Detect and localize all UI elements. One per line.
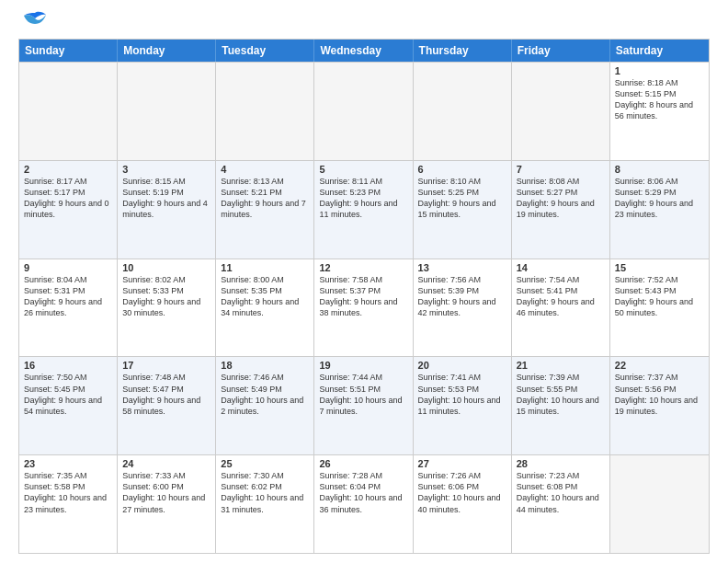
day-cell-13: 13Sunrise: 7:56 AM Sunset: 5:39 PM Dayli… [414, 259, 512, 357]
day-info: Sunrise: 7:46 AM Sunset: 5:49 PM Dayligh… [221, 372, 309, 417]
day-info: Sunrise: 7:50 AM Sunset: 5:45 PM Dayligh… [24, 372, 112, 417]
day-cell-23: 23Sunrise: 7:35 AM Sunset: 5:58 PM Dayli… [19, 455, 118, 553]
day-info: Sunrise: 7:41 AM Sunset: 5:53 PM Dayligh… [418, 372, 506, 417]
day-cell-14: 14Sunrise: 7:54 AM Sunset: 5:41 PM Dayli… [512, 259, 610, 357]
day-info: Sunrise: 7:28 AM Sunset: 6:04 PM Dayligh… [319, 470, 407, 515]
day-info: Sunrise: 8:00 AM Sunset: 5:35 PM Dayligh… [221, 274, 309, 319]
day-cell-6: 6Sunrise: 8:10 AM Sunset: 5:25 PM Daylig… [414, 161, 512, 259]
day-info: Sunrise: 7:37 AM Sunset: 5:56 PM Dayligh… [615, 372, 704, 417]
day-cell-19: 19Sunrise: 7:44 AM Sunset: 5:51 PM Dayli… [314, 357, 413, 454]
day-info: Sunrise: 7:52 AM Sunset: 5:43 PM Dayligh… [615, 274, 704, 319]
header [18, 15, 710, 31]
day-cell-24: 24Sunrise: 7:33 AM Sunset: 6:00 PM Dayli… [118, 455, 216, 553]
day-info: Sunrise: 7:26 AM Sunset: 6:06 PM Dayligh… [418, 470, 506, 515]
day-info: Sunrise: 8:08 AM Sunset: 5:27 PM Dayligh… [517, 176, 605, 221]
day-info: Sunrise: 8:06 AM Sunset: 5:29 PM Dayligh… [615, 176, 704, 221]
day-info: Sunrise: 7:23 AM Sunset: 6:08 PM Dayligh… [517, 470, 605, 515]
day-number: 3 [122, 164, 210, 175]
header-day-sunday: Sunday [19, 40, 118, 62]
calendar: SundayMondayTuesdayWednesdayThursdayFrid… [18, 39, 710, 554]
day-number: 21 [517, 360, 605, 371]
empty-cell [610, 455, 709, 553]
day-cell-27: 27Sunrise: 7:26 AM Sunset: 6:06 PM Dayli… [414, 455, 512, 553]
day-number: 23 [24, 458, 112, 469]
week-row-3: 9Sunrise: 8:04 AM Sunset: 5:31 PM Daylig… [19, 259, 709, 357]
day-info: Sunrise: 8:18 AM Sunset: 5:15 PM Dayligh… [615, 77, 704, 122]
day-cell-15: 15Sunrise: 7:52 AM Sunset: 5:43 PM Dayli… [610, 259, 709, 357]
day-cell-20: 20Sunrise: 7:41 AM Sunset: 5:53 PM Dayli… [414, 357, 512, 454]
week-row-1: 1Sunrise: 8:18 AM Sunset: 5:15 PM Daylig… [19, 62, 709, 160]
day-info: Sunrise: 7:54 AM Sunset: 5:41 PM Dayligh… [517, 274, 605, 319]
day-cell-5: 5Sunrise: 8:11 AM Sunset: 5:23 PM Daylig… [314, 161, 413, 259]
week-row-2: 2Sunrise: 8:17 AM Sunset: 5:17 PM Daylig… [19, 160, 709, 259]
day-cell-26: 26Sunrise: 7:28 AM Sunset: 6:04 PM Dayli… [314, 455, 413, 553]
logo-bird-icon [22, 11, 48, 31]
day-info: Sunrise: 8:04 AM Sunset: 5:31 PM Dayligh… [24, 274, 112, 319]
empty-cell [512, 63, 610, 160]
day-cell-9: 9Sunrise: 8:04 AM Sunset: 5:31 PM Daylig… [19, 259, 118, 357]
day-cell-10: 10Sunrise: 8:02 AM Sunset: 5:33 PM Dayli… [118, 259, 216, 357]
empty-cell [19, 63, 118, 160]
day-cell-4: 4Sunrise: 8:13 AM Sunset: 5:21 PM Daylig… [216, 161, 314, 259]
calendar-body: 1Sunrise: 8:18 AM Sunset: 5:15 PM Daylig… [19, 62, 709, 553]
header-day-wednesday: Wednesday [314, 40, 413, 62]
day-cell-25: 25Sunrise: 7:30 AM Sunset: 6:02 PM Dayli… [216, 455, 314, 553]
day-number: 16 [24, 360, 112, 371]
day-number: 7 [517, 164, 605, 175]
day-number: 28 [517, 458, 605, 469]
day-number: 9 [24, 262, 112, 273]
day-info: Sunrise: 8:02 AM Sunset: 5:33 PM Dayligh… [122, 274, 210, 319]
day-number: 11 [221, 262, 309, 273]
day-info: Sunrise: 7:33 AM Sunset: 6:00 PM Dayligh… [122, 470, 210, 515]
day-number: 5 [319, 164, 407, 175]
day-info: Sunrise: 8:10 AM Sunset: 5:25 PM Dayligh… [418, 176, 506, 221]
day-cell-3: 3Sunrise: 8:15 AM Sunset: 5:19 PM Daylig… [118, 161, 216, 259]
day-number: 8 [615, 164, 704, 175]
day-cell-21: 21Sunrise: 7:39 AM Sunset: 5:55 PM Dayli… [512, 357, 610, 454]
day-info: Sunrise: 7:56 AM Sunset: 5:39 PM Dayligh… [418, 274, 506, 319]
page: SundayMondayTuesdayWednesdayThursdayFrid… [0, 0, 728, 563]
empty-cell [118, 63, 216, 160]
header-day-monday: Monday [118, 40, 216, 62]
logo [18, 15, 48, 31]
day-number: 24 [122, 458, 210, 469]
day-cell-11: 11Sunrise: 8:00 AM Sunset: 5:35 PM Dayli… [216, 259, 314, 357]
day-cell-1: 1Sunrise: 8:18 AM Sunset: 5:15 PM Daylig… [610, 63, 709, 160]
day-number: 4 [221, 164, 309, 175]
day-info: Sunrise: 7:30 AM Sunset: 6:02 PM Dayligh… [221, 470, 309, 515]
day-number: 14 [517, 262, 605, 273]
day-cell-28: 28Sunrise: 7:23 AM Sunset: 6:08 PM Dayli… [512, 455, 610, 553]
empty-cell [314, 63, 413, 160]
day-number: 12 [319, 262, 407, 273]
header-day-friday: Friday [512, 40, 610, 62]
day-number: 15 [615, 262, 704, 273]
day-cell-12: 12Sunrise: 7:58 AM Sunset: 5:37 PM Dayli… [314, 259, 413, 357]
empty-cell [414, 63, 512, 160]
day-number: 1 [615, 65, 704, 76]
day-info: Sunrise: 7:39 AM Sunset: 5:55 PM Dayligh… [517, 372, 605, 417]
day-info: Sunrise: 7:58 AM Sunset: 5:37 PM Dayligh… [319, 274, 407, 319]
day-cell-17: 17Sunrise: 7:48 AM Sunset: 5:47 PM Dayli… [118, 357, 216, 454]
day-cell-7: 7Sunrise: 8:08 AM Sunset: 5:27 PM Daylig… [512, 161, 610, 259]
day-info: Sunrise: 8:15 AM Sunset: 5:19 PM Dayligh… [122, 176, 210, 221]
day-info: Sunrise: 7:44 AM Sunset: 5:51 PM Dayligh… [319, 372, 407, 417]
header-day-thursday: Thursday [414, 40, 512, 62]
day-info: Sunrise: 8:13 AM Sunset: 5:21 PM Dayligh… [221, 176, 309, 221]
day-cell-2: 2Sunrise: 8:17 AM Sunset: 5:17 PM Daylig… [19, 161, 118, 259]
day-number: 19 [319, 360, 407, 371]
week-row-4: 16Sunrise: 7:50 AM Sunset: 5:45 PM Dayli… [19, 356, 709, 454]
day-number: 27 [418, 458, 506, 469]
day-info: Sunrise: 8:11 AM Sunset: 5:23 PM Dayligh… [319, 176, 407, 221]
empty-cell [216, 63, 314, 160]
day-number: 17 [122, 360, 210, 371]
day-number: 2 [24, 164, 112, 175]
day-number: 25 [221, 458, 309, 469]
header-day-saturday: Saturday [610, 40, 709, 62]
day-cell-22: 22Sunrise: 7:37 AM Sunset: 5:56 PM Dayli… [610, 357, 709, 454]
day-number: 13 [418, 262, 506, 273]
header-day-tuesday: Tuesday [216, 40, 314, 62]
day-number: 18 [221, 360, 309, 371]
week-row-5: 23Sunrise: 7:35 AM Sunset: 5:58 PM Dayli… [19, 454, 709, 553]
day-info: Sunrise: 7:48 AM Sunset: 5:47 PM Dayligh… [122, 372, 210, 417]
day-info: Sunrise: 7:35 AM Sunset: 5:58 PM Dayligh… [24, 470, 112, 515]
